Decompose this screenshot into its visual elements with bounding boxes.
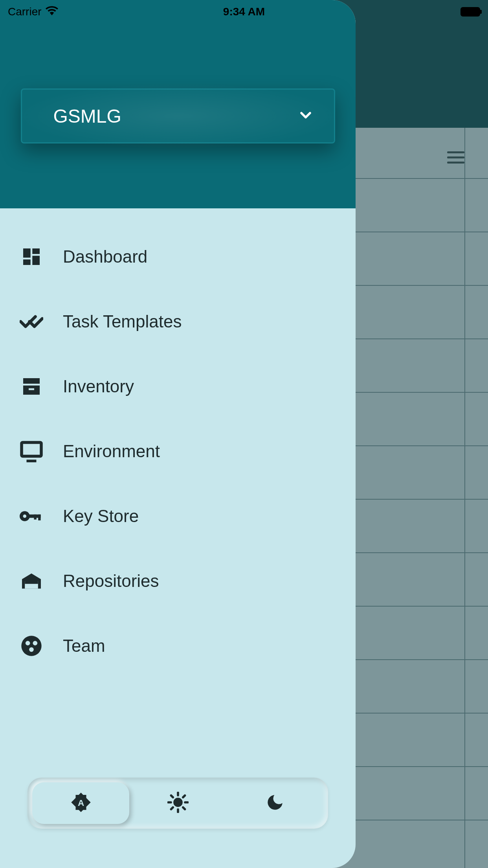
- svg-rect-4: [23, 378, 40, 384]
- svg-rect-15: [25, 581, 38, 584]
- svg-point-10: [23, 514, 27, 518]
- svg-point-21: [174, 799, 182, 806]
- chevron-down-icon: [297, 107, 314, 125]
- brightness-auto-icon: A: [70, 792, 92, 815]
- nav-item-dashboard[interactable]: Dashboard: [0, 224, 356, 289]
- wifi-icon: [46, 6, 58, 18]
- theme-auto-button[interactable]: A: [32, 782, 129, 824]
- svg-rect-6: [29, 388, 34, 390]
- svg-point-19: [29, 647, 34, 652]
- inventory-icon: [20, 375, 43, 398]
- theme-switch: A: [28, 778, 328, 829]
- task-templates-icon: [20, 310, 43, 333]
- svg-rect-12: [38, 514, 40, 520]
- nav-item-label: Dashboard: [63, 247, 147, 267]
- carrier-label: Carrier: [8, 6, 42, 18]
- svg-point-16: [21, 636, 41, 656]
- nav-item-label: Environment: [63, 441, 160, 461]
- nav-item-environment[interactable]: Environment: [0, 419, 356, 484]
- nav-item-label: Repositories: [63, 571, 159, 591]
- svg-line-25: [183, 807, 185, 809]
- theme-light-button[interactable]: [129, 782, 226, 824]
- dashboard-icon: [20, 245, 43, 268]
- nav-item-task-templates[interactable]: Task Templates: [0, 289, 356, 354]
- svg-rect-1: [32, 248, 40, 254]
- svg-rect-5: [23, 385, 40, 394]
- svg-rect-3: [32, 256, 40, 265]
- moon-icon: [265, 793, 285, 814]
- svg-rect-13: [34, 514, 36, 519]
- nav-item-team[interactable]: Team: [0, 613, 356, 678]
- nav-item-label: Key Store: [63, 506, 139, 526]
- svg-rect-2: [23, 259, 31, 265]
- nav-item-inventory[interactable]: Inventory: [0, 354, 356, 419]
- svg-rect-7: [22, 442, 41, 456]
- navigation-drawer: GSMLG Dashboard Task Templates Inventory: [0, 0, 356, 868]
- battery-icon: [460, 7, 480, 17]
- team-icon: [20, 634, 43, 658]
- svg-line-29: [183, 795, 185, 797]
- svg-rect-0: [23, 248, 31, 257]
- svg-line-24: [171, 795, 173, 797]
- svg-point-18: [33, 641, 38, 645]
- nav-item-label: Team: [63, 636, 105, 656]
- sun-icon: [167, 792, 189, 815]
- table-sort-icon[interactable]: [447, 151, 464, 164]
- svg-text:A: A: [77, 798, 84, 808]
- project-selector[interactable]: GSMLG: [21, 88, 335, 143]
- project-selector-label: GSMLG: [53, 105, 121, 127]
- status-time: 9:34 AM: [223, 6, 265, 18]
- repositories-icon: [20, 569, 43, 593]
- theme-switch-container: A: [0, 762, 356, 868]
- keystore-icon: [20, 504, 43, 528]
- theme-dark-button[interactable]: [226, 782, 323, 824]
- nav-item-repositories[interactable]: Repositories: [0, 548, 356, 613]
- drawer-header: GSMLG: [0, 0, 356, 208]
- nav-item-keystore[interactable]: Key Store: [0, 484, 356, 548]
- nav-item-label: Task Templates: [63, 312, 182, 331]
- status-bar: Carrier 9:34 AM: [0, 0, 488, 24]
- nav-item-label: Inventory: [63, 377, 134, 396]
- svg-line-28: [171, 807, 173, 809]
- nav-list: Dashboard Task Templates Inventory Envir…: [0, 208, 356, 762]
- svg-point-17: [26, 641, 30, 645]
- environment-icon: [20, 440, 43, 463]
